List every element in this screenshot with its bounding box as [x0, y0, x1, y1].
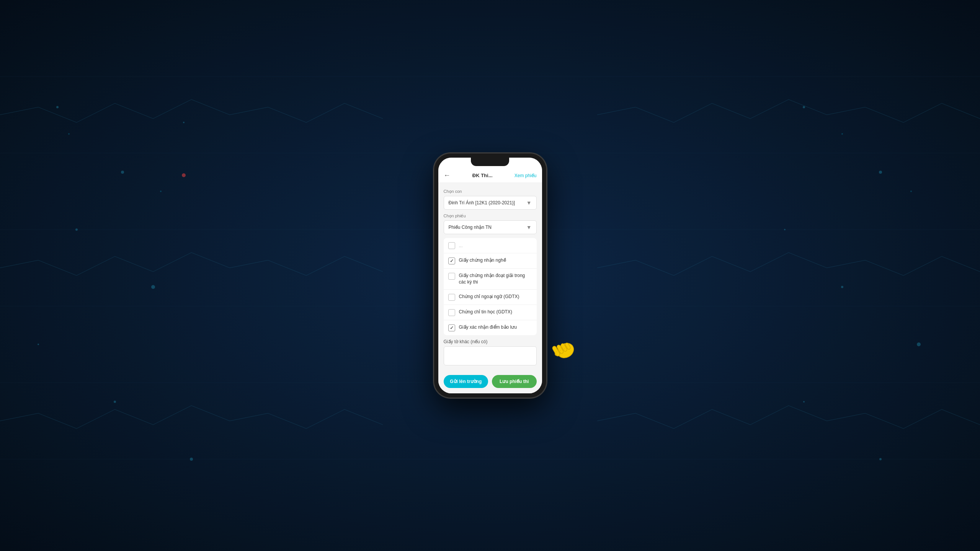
svg-point-10: [75, 228, 78, 231]
svg-point-22: [68, 133, 70, 135]
phone-device: ← ĐK Thi... Xem phiếu Chọn con Đinh Trí …: [434, 153, 547, 398]
svg-point-25: [910, 191, 912, 192]
svg-point-26: [182, 173, 186, 177]
item3-label: Chứng chỉ ngoại ngữ (GDTX): [459, 293, 519, 300]
chon-con-arrow-icon: ▼: [526, 200, 532, 206]
truncated-row: ...: [444, 238, 537, 253]
scroll-content: Chọn con Đinh Trí Ánh [12K1 (2020-2021)]…: [438, 183, 542, 371]
chon-con-label: Chọn con: [444, 189, 537, 194]
phone-screen: ← ĐK Thi... Xem phiếu Chọn con Đinh Trí …: [438, 158, 542, 393]
checkbox-item4[interactable]: [448, 309, 455, 316]
chon-phieu-value: Phiếu Công nhận TN: [449, 225, 492, 230]
checkbox-item5[interactable]: [448, 324, 455, 331]
phone-notch: [471, 158, 509, 166]
list-item[interactable]: Giấy chứng nhận nghề: [444, 253, 537, 269]
checkbox-item1[interactable]: [448, 258, 455, 264]
save-button[interactable]: Lưu phiếu thi: [492, 375, 537, 388]
back-button[interactable]: ←: [444, 171, 451, 179]
checkbox-item3[interactable]: [448, 294, 455, 301]
svg-point-19: [917, 342, 921, 346]
list-item[interactable]: Chứng chỉ ngoại ngữ (GDTX): [444, 290, 537, 305]
send-button[interactable]: Gửi lên trường: [444, 375, 488, 388]
checkbox-item2[interactable]: [448, 273, 455, 280]
chon-phieu-arrow-icon: ▼: [526, 224, 532, 230]
bottom-bar: Gửi lên trường Lưu phiếu thi: [438, 371, 542, 393]
svg-point-8: [121, 171, 124, 174]
svg-point-7: [56, 106, 59, 108]
item4-label: Chứng chỉ tin học (GDTX): [459, 309, 512, 315]
item1-label: Giấy chứng nhận nghề: [459, 257, 506, 264]
svg-point-11: [151, 285, 155, 289]
chon-con-dropdown[interactable]: Đinh Trí Ánh [12K1 (2020-2021)] ▼: [444, 196, 537, 210]
svg-point-12: [38, 344, 39, 345]
item2-label: Giấy chứng nhận đoạt giải trong các kỳ t…: [459, 272, 532, 285]
svg-point-16: [879, 171, 882, 174]
item5-label: Giấy xác nhận điểm bảo lưu: [459, 324, 517, 331]
list-item[interactable]: Chứng chỉ tin học (GDTX): [444, 305, 537, 320]
checklist-card: ... Giấy chứng nhận nghề Giấy chứng nhận…: [444, 238, 537, 335]
page-title: ĐK Thi...: [451, 173, 514, 178]
svg-point-14: [190, 458, 193, 461]
svg-point-18: [841, 286, 843, 288]
chon-phieu-dropdown[interactable]: Phiếu Công nhận TN ▼: [444, 220, 537, 234]
svg-point-9: [183, 122, 185, 123]
phone-wrapper: ← ĐK Thi... Xem phiếu Chọn con Đinh Trí …: [434, 153, 547, 398]
svg-point-24: [841, 133, 843, 135]
list-item[interactable]: Giấy xác nhận điểm bảo lưu: [444, 320, 537, 335]
chon-phieu-label: Chọn phiếu: [444, 214, 537, 218]
svg-point-15: [803, 106, 805, 108]
svg-point-23: [160, 191, 162, 192]
svg-point-20: [803, 401, 805, 403]
list-item[interactable]: Giấy chứng nhận đoạt giải trong các kỳ t…: [444, 269, 537, 290]
truncated-label: ...: [459, 243, 532, 248]
svg-point-13: [114, 401, 116, 403]
chon-con-value: Đinh Trí Ánh [12K1 (2020-2021)]: [449, 200, 515, 205]
checkbox-truncated[interactable]: [448, 242, 455, 249]
svg-point-17: [784, 229, 786, 230]
other-docs-input[interactable]: [444, 346, 537, 365]
other-docs-label: Giấy tờ khác (nếu có): [444, 339, 537, 344]
xem-phieu-link[interactable]: Xem phiếu: [514, 173, 537, 178]
svg-point-21: [879, 458, 882, 460]
